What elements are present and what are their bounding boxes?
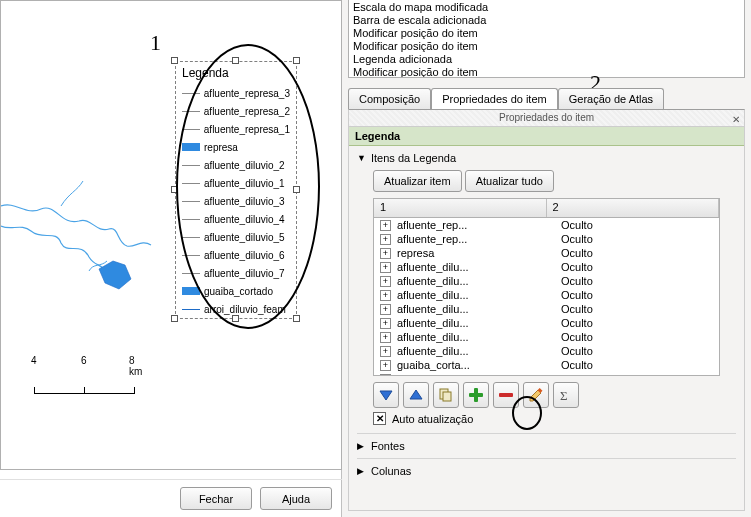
expand-icon[interactable]: + bbox=[380, 346, 391, 357]
tree-cell-name: afluente_rep... bbox=[393, 219, 557, 231]
selection-handle[interactable] bbox=[293, 57, 300, 64]
tree-cell-name: afluente_dilu... bbox=[393, 303, 557, 315]
legend-swatch-line bbox=[182, 93, 200, 94]
atualizar-item-button[interactable]: Atualizar item bbox=[373, 170, 462, 192]
tree-row[interactable]: +afluente_dilu...Oculto bbox=[374, 302, 719, 316]
help-button[interactable]: Ajuda bbox=[260, 487, 332, 510]
legend-entry-label: afluente_diluvio_3 bbox=[204, 196, 285, 207]
selection-handle[interactable] bbox=[171, 186, 178, 193]
history-entry[interactable]: Barra de escala adicionada bbox=[353, 14, 740, 27]
chevron-right-icon: ▶ bbox=[357, 466, 367, 476]
scale-bar: 4 6 8 km bbox=[34, 373, 134, 397]
edit-item-button[interactable] bbox=[523, 382, 549, 408]
selection-handle[interactable] bbox=[171, 315, 178, 322]
expand-icon[interactable]: + bbox=[380, 262, 391, 273]
disclosure-colunas[interactable]: ▶ Colunas bbox=[357, 458, 736, 479]
tree-cell-name: afluente_dilu... bbox=[393, 261, 557, 273]
tree-cell-name: represa bbox=[393, 247, 557, 259]
tree-cell-name: arroi_diluvio_... bbox=[393, 373, 557, 376]
tree-row[interactable]: +afluente_dilu...Oculto bbox=[374, 288, 719, 302]
selection-handle[interactable] bbox=[171, 57, 178, 64]
auto-update-checkbox[interactable]: ✕ bbox=[373, 412, 386, 425]
history-entry[interactable]: Modificar posição do item bbox=[353, 40, 740, 53]
properties-dock-title-label: Propriedades do item bbox=[499, 112, 594, 123]
svg-marker-0 bbox=[380, 391, 392, 400]
canvas-legend-item[interactable]: Legenda afluente_represa_3afluente_repre… bbox=[175, 61, 297, 319]
auto-update-checkbox-row[interactable]: ✕ Auto atualização bbox=[373, 412, 736, 425]
svg-marker-1 bbox=[410, 390, 422, 399]
tree-row[interactable]: +afluente_dilu...Oculto bbox=[374, 330, 719, 344]
legend-items-tree[interactable]: 1 2 +afluente_rep...Oculto+afluente_rep.… bbox=[373, 198, 720, 376]
dock-close-icon[interactable]: ✕ bbox=[732, 112, 740, 128]
tree-cell-visibility: Oculto bbox=[557, 303, 717, 315]
expand-icon[interactable]: + bbox=[380, 234, 391, 245]
tab-propriedades-do-item[interactable]: Propriedades do item bbox=[431, 88, 558, 109]
tree-col-2[interactable]: 2 bbox=[547, 199, 720, 217]
legend-swatch-line bbox=[182, 255, 200, 256]
expand-icon[interactable]: + bbox=[380, 332, 391, 343]
tree-row[interactable]: +afluente_dilu...Oculto bbox=[374, 316, 719, 330]
legend-entry-label: afluente_represa_2 bbox=[204, 106, 290, 117]
tree-cell-visibility: Oculto bbox=[557, 289, 717, 301]
expand-icon[interactable]: + bbox=[380, 318, 391, 329]
tree-cell-name: afluente_dilu... bbox=[393, 289, 557, 301]
selection-handle[interactable] bbox=[293, 186, 300, 193]
dialog-bottom-bar: Fechar Ajuda bbox=[0, 479, 342, 517]
tree-row[interactable]: +afluente_dilu...Oculto bbox=[374, 274, 719, 288]
disclosure-fontes[interactable]: ▶ Fontes bbox=[357, 433, 736, 454]
close-button[interactable]: Fechar bbox=[180, 487, 252, 510]
tree-col-1[interactable]: 1 bbox=[374, 199, 547, 217]
expand-icon[interactable]: + bbox=[380, 220, 391, 231]
tree-cell-visibility: Oculto bbox=[557, 219, 717, 231]
legend-entry-label: afluente_represa_1 bbox=[204, 124, 290, 135]
legend-item-toolbar: Σ bbox=[373, 382, 736, 408]
count-features-button[interactable]: Σ bbox=[553, 382, 579, 408]
atualizar-tudo-button[interactable]: Atualizar tudo bbox=[465, 170, 554, 192]
add-group-button[interactable] bbox=[433, 382, 459, 408]
expand-icon[interactable]: + bbox=[380, 276, 391, 287]
expand-icon[interactable]: + bbox=[380, 360, 391, 371]
tree-cell-name: afluente_dilu... bbox=[393, 317, 557, 329]
expand-icon[interactable]: + bbox=[380, 248, 391, 259]
history-entry[interactable]: Escala do mapa modificada bbox=[353, 1, 740, 14]
properties-scroll-area[interactable]: Legenda ▼ Itens da Legenda Atualizar ite… bbox=[348, 127, 745, 511]
selection-handle[interactable] bbox=[232, 57, 239, 64]
add-item-button[interactable] bbox=[463, 382, 489, 408]
legend-entry-label: afluente_diluvio_1 bbox=[204, 178, 285, 189]
tree-cell-visibility: Oculto bbox=[557, 373, 717, 376]
selection-handle[interactable] bbox=[293, 315, 300, 322]
move-up-button[interactable] bbox=[403, 382, 429, 408]
tab-geracao-de-atlas[interactable]: Geração de Atlas bbox=[558, 88, 664, 109]
history-entry[interactable]: Modificar posição do item bbox=[353, 66, 740, 78]
annotation-1: 1 bbox=[150, 30, 161, 56]
expand-icon[interactable]: + bbox=[380, 290, 391, 301]
legend-swatch-line bbox=[182, 201, 200, 202]
tree-row[interactable]: +afluente_dilu...Oculto bbox=[374, 260, 719, 274]
tree-row[interactable]: +guaiba_corta...Oculto bbox=[374, 358, 719, 372]
canvas-legend-entry: afluente_diluvio_6 bbox=[182, 246, 290, 264]
canvas-legend-entry: afluente_diluvio_7 bbox=[182, 264, 290, 282]
legend-swatch-line bbox=[182, 111, 200, 112]
tree-row[interactable]: +afluente_rep...Oculto bbox=[374, 232, 719, 246]
canvas-frame[interactable]: 4 6 8 km Legenda afluente_represa_3aflue… bbox=[0, 0, 342, 470]
move-down-button[interactable] bbox=[373, 382, 399, 408]
tree-row[interactable]: +afluente_rep...Oculto bbox=[374, 218, 719, 232]
expand-icon[interactable]: + bbox=[380, 374, 391, 377]
history-entry[interactable]: Legenda adicionada bbox=[353, 53, 740, 66]
legend-swatch-line bbox=[182, 183, 200, 184]
tab-composicao[interactable]: Composição bbox=[348, 88, 431, 109]
disclosure-itens-da-legenda[interactable]: ▼ Itens da Legenda bbox=[357, 150, 736, 166]
tree-row[interactable]: +afluente_dilu...Oculto bbox=[374, 344, 719, 358]
tree-header[interactable]: 1 2 bbox=[373, 198, 720, 218]
tree-row[interactable]: +represaOculto bbox=[374, 246, 719, 260]
remove-item-button[interactable] bbox=[493, 382, 519, 408]
expand-icon[interactable]: + bbox=[380, 304, 391, 315]
chevron-right-icon: ▶ bbox=[357, 441, 367, 451]
tree-cell-name: afluente_rep... bbox=[393, 233, 557, 245]
svg-rect-3 bbox=[443, 392, 451, 401]
tree-row[interactable]: +arroi_diluvio_...Oculto bbox=[374, 372, 719, 376]
colunas-label: Colunas bbox=[371, 465, 411, 477]
history-entry[interactable]: Modificar posição do item bbox=[353, 27, 740, 40]
undo-history-list[interactable]: Escala do mapa modificadaBarra de escala… bbox=[348, 0, 745, 78]
selection-handle[interactable] bbox=[232, 315, 239, 322]
